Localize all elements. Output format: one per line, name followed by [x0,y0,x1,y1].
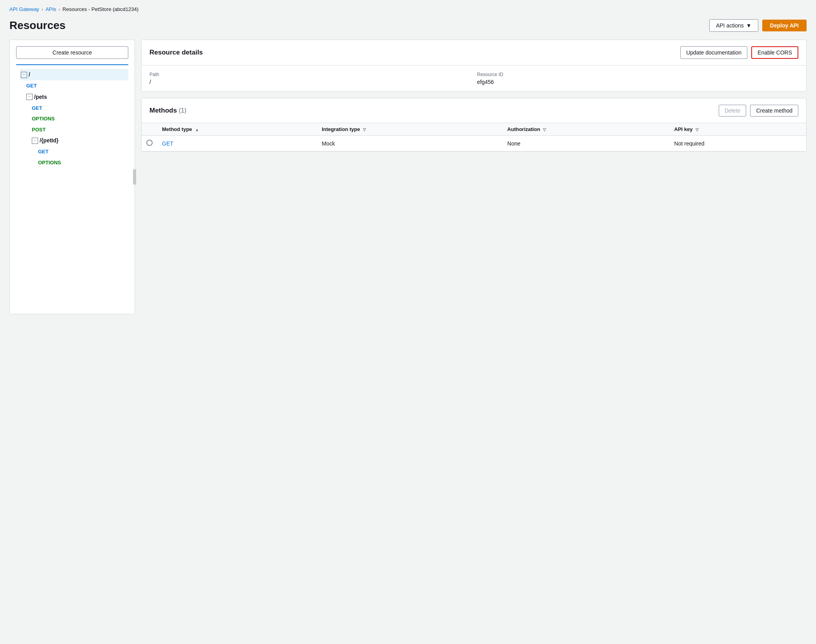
list-item: GET [16,146,128,157]
row-api-key: Not required [670,136,806,151]
row-radio-button[interactable] [146,140,153,146]
method-pets-post[interactable]: POST [32,124,128,135]
breadcrumb-sep-2: › [58,7,60,12]
sort-desc-icon: ▽ [696,127,699,132]
resource-id-label: Resource ID [477,72,798,77]
resource-item-petid[interactable]: − /{petId} [32,135,128,146]
resource-id-field: Resource ID efg456 [477,72,798,85]
enable-cors-button[interactable]: Enable CORS [751,46,798,59]
tree-divider [16,64,128,65]
th-select [142,123,157,136]
col-method-type-label: Method type [162,126,192,132]
methods-table-wrapper: Method type ▲ Integration type ▽ Authori… [142,123,806,151]
method-label: POST [32,125,46,134]
methods-header: Methods (1) Delete Create method [142,98,806,123]
sort-asc-icon: ▲ [195,127,199,132]
resource-name-petid: /{petId} [40,136,58,146]
col-authorization-label: Authorization [507,126,540,132]
header-actions: API actions ▼ Deploy API [709,19,807,32]
path-field: Path / [149,72,471,85]
th-authorization[interactable]: Authorization ▽ [503,123,669,136]
method-root-get[interactable]: GET [26,80,128,91]
expand-icon: − [32,138,38,144]
path-label: Path [149,72,471,77]
th-api-key[interactable]: API key ▽ [670,123,806,136]
methods-title-text: Methods [149,107,177,114]
resource-details-grid: Path / Resource ID efg456 [149,72,798,85]
breadcrumb-apis[interactable]: APIs [46,6,56,12]
breadcrumb-sep-1: › [42,7,43,12]
page-header: Resources API actions ▼ Deploy API [9,19,807,32]
list-item: GET [16,103,128,113]
create-resource-button[interactable]: Create resource [16,46,128,59]
right-panel: Resource details Update documentation En… [141,40,807,152]
sort-desc-icon: ▽ [363,127,366,132]
row-method-type: GET [157,136,317,151]
resource-details-body: Path / Resource ID efg456 [142,65,806,91]
delete-method-button[interactable]: Delete [719,105,746,116]
col-integration-type-label: Integration type [322,126,360,132]
main-content: Create resource − / GET [9,40,807,314]
method-label: GET [32,104,42,113]
list-item: OPTIONS [16,113,128,124]
methods-count: (1) [179,107,187,114]
resource-details-actions: Update documentation Enable CORS [680,46,798,59]
breadcrumb: API Gateway › APIs › Resources - PetStor… [9,6,807,12]
resource-name-root: / [29,70,30,80]
th-integration-type[interactable]: Integration type ▽ [317,123,503,136]
methods-card: Methods (1) Delete Create method [141,98,807,152]
resource-item-root[interactable]: − / [20,69,128,80]
breadcrumb-api-gateway[interactable]: API Gateway [9,6,39,12]
resource-tree-sidebar: Create resource − / GET [9,40,135,314]
method-pets-options[interactable]: OPTIONS [32,113,128,124]
list-item: − /{petId} [16,135,128,146]
resource-details-title: Resource details [149,49,203,56]
row-select-cell[interactable] [142,136,157,151]
method-petid-options[interactable]: OPTIONS [38,157,128,168]
method-label: OPTIONS [38,158,61,167]
method-pets-get[interactable]: GET [32,103,128,113]
resource-item-pets[interactable]: − /pets [26,91,128,103]
col-api-key-label: API key [674,126,693,132]
methods-table: Method type ▲ Integration type ▽ Authori… [142,123,806,151]
api-actions-button[interactable]: API actions ▼ [709,19,758,32]
path-value: / [149,79,151,85]
breadcrumb-current: Resources - PetStore (abcd1234) [62,6,138,12]
expand-icon: − [26,94,33,100]
method-label: OPTIONS [32,114,55,123]
create-method-button[interactable]: Create method [750,105,798,116]
resource-id-value: efg456 [477,79,494,85]
list-item: − /pets [16,91,128,103]
api-actions-label: API actions [716,22,744,29]
resource-name-pets: /pets [34,92,47,102]
method-label: GET [26,81,37,90]
page-title: Resources [9,19,66,32]
method-label: GET [38,147,49,156]
expand-icon: − [21,72,27,78]
th-method-type[interactable]: Method type ▲ [157,123,317,136]
list-item: OPTIONS [16,157,128,168]
resource-details-header: Resource details Update documentation En… [142,40,806,65]
table-row: GET Mock None Not required [142,136,806,151]
method-petid-get[interactable]: GET [38,146,128,157]
update-documentation-button[interactable]: Update documentation [680,46,747,59]
list-item: POST [16,124,128,135]
methods-title: Methods (1) [149,107,186,115]
table-header-row: Method type ▲ Integration type ▽ Authori… [142,123,806,136]
resource-tree: − / GET − /pets [16,69,128,168]
deploy-api-button[interactable]: Deploy API [762,20,807,31]
resize-handle[interactable] [133,169,136,185]
list-item: GET [16,80,128,91]
chevron-down-icon: ▼ [746,22,752,29]
resource-details-card: Resource details Update documentation En… [141,40,807,92]
page-wrapper: API Gateway › APIs › Resources - PetStor… [0,0,816,644]
methods-actions: Delete Create method [719,105,798,116]
row-authorization: None [503,136,669,151]
row-integration-type: Mock [317,136,503,151]
sort-desc-icon: ▽ [543,127,546,132]
method-type-link[interactable]: GET [162,140,173,147]
list-item: − / [16,69,128,80]
